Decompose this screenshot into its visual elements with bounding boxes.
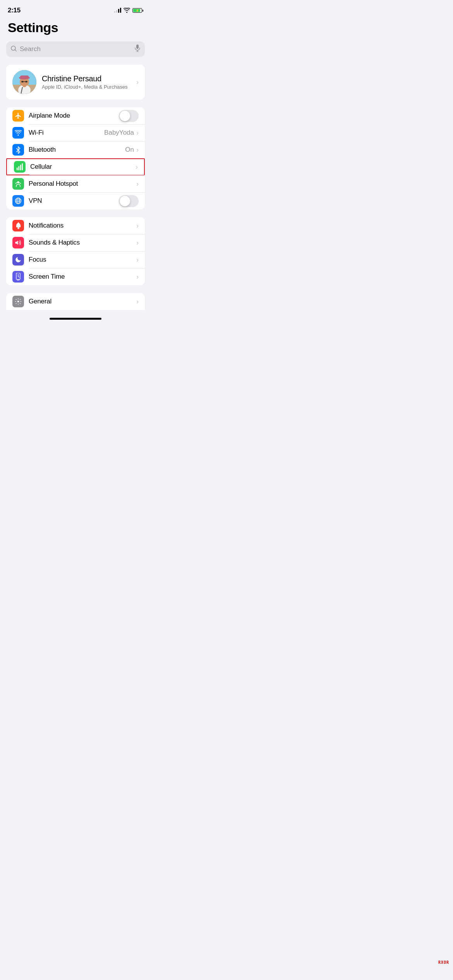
search-placeholder: Search — [20, 45, 132, 53]
screen-time-row[interactable]: Screen Time › — [6, 268, 145, 285]
bluetooth-icon — [12, 144, 24, 156]
general-icon — [12, 296, 24, 307]
profile-row[interactable]: Christine Persaud Apple ID, iCloud+, Med… — [6, 65, 145, 99]
search-icon — [11, 46, 17, 53]
svg-point-20 — [15, 198, 21, 204]
general-label: General — [29, 298, 136, 305]
wifi-value: BabyYoda — [104, 129, 134, 137]
page-title: Settings — [8, 20, 145, 35]
home-indicator — [50, 318, 101, 320]
airplane-mode-row[interactable]: Airplane Mode — [6, 107, 145, 124]
status-bar: 2:15 ⚡ — [0, 0, 151, 17]
focus-row[interactable]: Focus › — [6, 251, 145, 268]
profile-subtitle: Apple ID, iCloud+, Media & Purchases — [42, 84, 131, 90]
avatar — [12, 70, 36, 94]
svg-rect-16 — [18, 166, 19, 170]
profile-name: Christine Persaud — [42, 74, 131, 83]
vpn-label: VPN — [29, 197, 119, 205]
focus-icon — [12, 254, 24, 266]
microphone-icon — [135, 45, 140, 54]
svg-point-25 — [18, 222, 19, 223]
general-chevron-icon: › — [136, 298, 139, 306]
personal-hotspot-icon — [12, 178, 24, 190]
svg-rect-10 — [20, 75, 29, 79]
sounds-row[interactable]: Sounds & Haptics › — [6, 234, 145, 251]
cellular-label: Cellular — [30, 163, 136, 171]
svg-rect-17 — [20, 165, 21, 170]
notifications-label: Notifications — [29, 222, 136, 230]
wifi-icon — [124, 7, 130, 14]
personal-hotspot-row[interactable]: Personal Hotspot › — [6, 175, 145, 192]
wifi-label: Wi-Fi — [29, 129, 104, 137]
svg-rect-15 — [17, 168, 18, 170]
focus-chevron-icon: › — [136, 256, 139, 264]
general-row[interactable]: General › — [6, 293, 145, 310]
svg-marker-26 — [15, 241, 18, 245]
status-icons: ⚡ — [114, 7, 143, 14]
sounds-icon — [12, 237, 24, 248]
vpn-icon — [12, 195, 24, 207]
profile-chevron-icon: › — [136, 78, 139, 86]
sounds-label: Sounds & Haptics — [29, 239, 136, 247]
focus-label: Focus — [29, 256, 136, 264]
bluetooth-value: On — [125, 146, 134, 154]
wifi-setting-icon — [12, 127, 24, 139]
battery-icon: ⚡ — [132, 8, 143, 13]
cellular-row[interactable]: Cellular › — [6, 158, 145, 175]
screen-time-label: Screen Time — [29, 273, 136, 281]
notifications-row[interactable]: Notifications › — [6, 217, 145, 234]
screen-time-icon — [12, 271, 24, 283]
wifi-chevron-icon: › — [136, 129, 139, 137]
airplane-mode-toggle[interactable] — [119, 110, 139, 122]
connectivity-group: Airplane Mode Wi-Fi BabyYoda › — [6, 107, 145, 209]
airplane-mode-icon — [12, 110, 24, 122]
profile-info: Christine Persaud Apple ID, iCloud+, Med… — [42, 74, 131, 90]
notifications-chevron-icon: › — [136, 222, 139, 230]
search-bar[interactable]: Search — [6, 41, 145, 57]
status-time: 2:15 — [8, 7, 21, 14]
wifi-row[interactable]: Wi-Fi BabyYoda › — [6, 124, 145, 141]
svg-point-21 — [17, 198, 20, 204]
personal-hotspot-label: Personal Hotspot — [29, 180, 136, 188]
system-group: Notifications › Sounds & Haptics › F — [6, 217, 145, 285]
bluetooth-row[interactable]: Bluetooth On › — [6, 141, 145, 158]
general-group: General › — [6, 293, 145, 310]
sounds-chevron-icon: › — [136, 239, 139, 247]
signal-bars-icon — [114, 8, 121, 13]
hotspot-chevron-icon: › — [136, 180, 139, 188]
svg-point-29 — [17, 301, 19, 303]
airplane-mode-label: Airplane Mode — [29, 112, 119, 120]
bluetooth-label: Bluetooth — [29, 146, 125, 154]
svg-rect-11 — [21, 81, 24, 82]
svg-rect-18 — [22, 163, 23, 170]
cellular-icon — [14, 161, 26, 173]
vpn-row[interactable]: VPN — [6, 192, 145, 209]
profile-group: Christine Persaud Apple ID, iCloud+, Med… — [6, 65, 145, 99]
svg-rect-1 — [136, 45, 139, 49]
bluetooth-chevron-icon: › — [136, 146, 139, 154]
svg-rect-24 — [17, 227, 19, 228]
cellular-chevron-icon: › — [136, 163, 138, 171]
screen-time-chevron-icon: › — [136, 273, 139, 281]
vpn-toggle[interactable] — [119, 195, 139, 207]
svg-rect-12 — [25, 81, 27, 82]
page-content: Settings Search — [0, 20, 151, 310]
notifications-icon — [12, 220, 24, 231]
